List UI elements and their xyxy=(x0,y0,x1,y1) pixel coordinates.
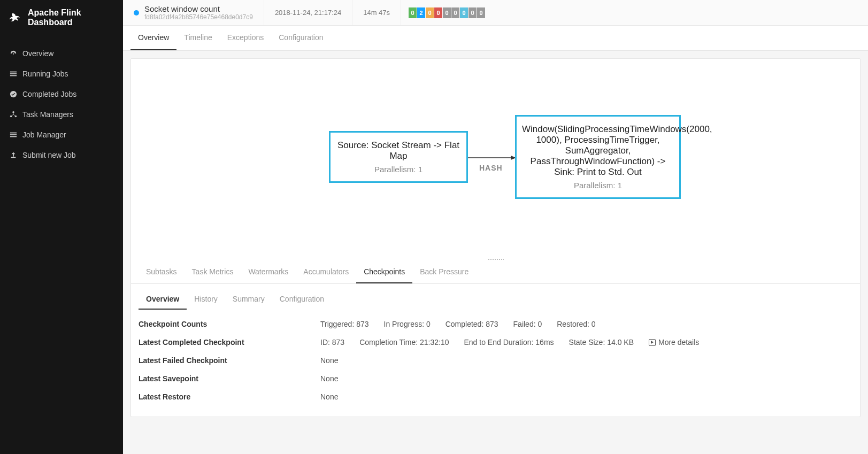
cp-label: Latest Restore xyxy=(139,393,320,401)
more-details-button[interactable]: More details xyxy=(649,338,699,347)
cp-latest-failed-row: Latest Failed Checkpoint None xyxy=(139,351,852,370)
svg-rect-9 xyxy=(10,134,17,135)
cp-duration: End to End Duration: 16ms xyxy=(464,338,554,347)
main-content: Socket window count fd8fa02df4a2b85746e7… xyxy=(123,0,868,454)
tab-overview[interactable]: Overview xyxy=(130,26,176,50)
flink-logo-icon xyxy=(10,11,22,24)
job-title-cell: Socket window count fd8fa02df4a2b85746e7… xyxy=(123,0,264,25)
list-icon xyxy=(10,70,17,78)
cp-value: None xyxy=(320,356,338,365)
cp-id: ID: 873 xyxy=(320,338,344,347)
detail-tab-back-pressure[interactable]: Back Pressure xyxy=(412,261,476,283)
checkpoint-tabs: OverviewHistorySummaryConfiguration xyxy=(131,284,860,310)
tab-configuration[interactable]: Configuration xyxy=(271,26,331,50)
sidebar-item-task-managers[interactable]: Task Managers xyxy=(0,104,123,125)
sidebar-item-completed-jobs[interactable]: Completed Jobs xyxy=(0,84,123,104)
operator-node-window[interactable]: Window(SlidingProcessingTimeWindows(2000… xyxy=(515,115,681,199)
sidebar-nav: Overview Running Jobs Completed Jobs Tas… xyxy=(0,35,123,173)
sidebar-item-label: Running Jobs xyxy=(22,70,68,78)
sidebar-item-label: Submit new Job xyxy=(22,151,76,159)
job-panel: Source: Socket Stream -> Flat Map Parall… xyxy=(130,58,861,417)
node-parallelism: Parallelism: 1 xyxy=(522,181,674,190)
cp-value: None xyxy=(320,393,338,401)
svg-point-5 xyxy=(12,111,14,113)
sidebar-item-label: Completed Jobs xyxy=(22,90,76,98)
status-counter: 0 xyxy=(477,7,485,18)
status-counter: 0 xyxy=(434,7,442,18)
cp-label: Checkpoint Counts xyxy=(139,320,320,328)
cp-tab-history[interactable]: History xyxy=(187,289,225,310)
detail-tab-checkpoints[interactable]: Checkpoints xyxy=(356,261,412,283)
sidebar-item-job-manager[interactable]: Job Manager xyxy=(0,125,123,145)
sidebar-item-label: Job Manager xyxy=(22,130,66,139)
status-counter: 0 xyxy=(409,7,417,18)
svg-rect-3 xyxy=(10,75,17,76)
check-circle-icon xyxy=(10,90,17,98)
detail-tab-watermarks[interactable]: Watermarks xyxy=(241,261,296,283)
detail-tab-task-metrics[interactable]: Task Metrics xyxy=(185,261,241,283)
status-counter: 0 xyxy=(451,7,459,18)
detail-tab-subtasks[interactable]: Subtasks xyxy=(139,261,185,283)
job-status-counters: 020000000 xyxy=(401,0,493,25)
cp-tab-summary[interactable]: Summary xyxy=(225,289,272,310)
checkpoint-table: Checkpoint Counts Triggered: 873 In Prog… xyxy=(131,310,860,417)
job-graph[interactable]: Source: Socket Stream -> Flat Map Parall… xyxy=(131,59,860,257)
resize-handle[interactable] xyxy=(131,257,860,261)
cp-in-progress: In Progress: 0 xyxy=(384,320,431,328)
edge-arrow xyxy=(468,154,516,161)
main-tabs: OverviewTimelineExceptionsConfiguration xyxy=(123,26,868,51)
cp-value: None xyxy=(320,374,338,383)
cp-state-size: State Size: 14.0 KB xyxy=(569,338,634,347)
cp-completion-time: Completion Time: 21:32:10 xyxy=(359,338,449,347)
detail-tabs: SubtasksTask MetricsWatermarksAccumulato… xyxy=(131,261,860,284)
sidebar-item-label: Task Managers xyxy=(22,110,73,119)
status-counter: 0 xyxy=(426,7,434,18)
sidebar: Apache Flink Dashboard Overview Running … xyxy=(0,0,123,454)
nodes-icon xyxy=(10,111,17,118)
status-counter: 2 xyxy=(417,7,425,18)
more-details-label: More details xyxy=(658,338,699,347)
operator-node-source[interactable]: Source: Socket Stream -> Flat Map Parall… xyxy=(329,131,468,183)
sidebar-item-submit-job[interactable]: Submit new Job xyxy=(0,145,123,165)
cp-failed: Failed: 0 xyxy=(513,320,542,328)
expand-icon xyxy=(649,339,656,346)
cp-tab-overview[interactable]: Overview xyxy=(139,289,187,310)
node-parallelism: Parallelism: 1 xyxy=(336,165,461,174)
status-counter: 0 xyxy=(460,7,468,18)
cp-latest-savepoint-row: Latest Savepoint None xyxy=(139,370,852,388)
sidebar-item-running-jobs[interactable]: Running Jobs xyxy=(0,64,123,84)
cp-label: Latest Failed Checkpoint xyxy=(139,356,320,365)
job-status-dot xyxy=(134,10,139,16)
svg-rect-8 xyxy=(10,133,17,134)
cp-latest-restore-row: Latest Restore None xyxy=(139,388,852,406)
sidebar-item-overview[interactable]: Overview xyxy=(0,43,123,64)
cp-latest-completed-row: Latest Completed Checkpoint ID: 873 Comp… xyxy=(139,333,852,351)
tab-timeline[interactable]: Timeline xyxy=(176,26,219,50)
svg-rect-11 xyxy=(11,157,16,158)
cp-counts-row: Checkpoint Counts Triggered: 873 In Prog… xyxy=(139,315,852,333)
job-id: fd8fa02df4a2b85746e75e468de0d7c9 xyxy=(144,13,253,21)
app-title: Apache Flink Dashboard xyxy=(28,8,113,27)
svg-rect-1 xyxy=(10,72,17,73)
dashboard-icon xyxy=(10,50,17,57)
cp-triggered: Triggered: 873 xyxy=(320,320,369,328)
cp-tab-configuration[interactable]: Configuration xyxy=(272,289,332,310)
cp-label: Latest Completed Checkpoint xyxy=(139,338,320,347)
cp-restored: Restored: 0 xyxy=(557,320,595,328)
upload-icon xyxy=(10,151,17,159)
app-header: Apache Flink Dashboard xyxy=(0,0,123,35)
cp-label: Latest Savepoint xyxy=(139,374,320,383)
edge-label: HASH xyxy=(479,164,503,172)
list-icon xyxy=(10,131,17,138)
sidebar-item-label: Overview xyxy=(22,49,53,58)
tab-exceptions[interactable]: Exceptions xyxy=(220,26,271,50)
status-counter: 0 xyxy=(468,7,477,18)
svg-rect-2 xyxy=(10,73,17,74)
status-counter: 0 xyxy=(443,7,451,18)
node-title: Window(SlidingProcessingTimeWindows(2000… xyxy=(522,124,674,178)
svg-point-0 xyxy=(13,53,14,54)
detail-tab-accumulators[interactable]: Accumulators xyxy=(296,261,356,283)
job-header: Socket window count fd8fa02df4a2b85746e7… xyxy=(123,0,868,26)
job-name: Socket window count xyxy=(144,4,253,13)
cp-completed: Completed: 873 xyxy=(445,320,498,328)
